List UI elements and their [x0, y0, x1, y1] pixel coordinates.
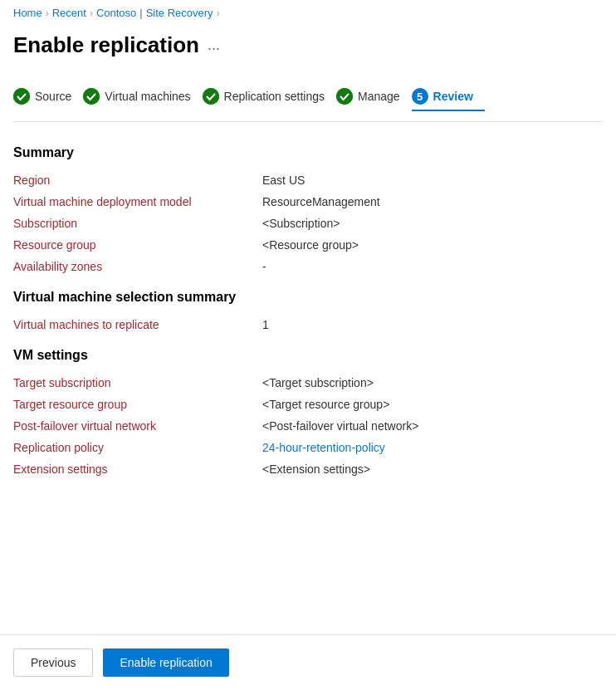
summary-row-region: Region East US — [13, 174, 603, 187]
breadcrumb-home[interactable]: Home — [13, 7, 42, 19]
vm-settings-label-target-rg: Target resource group — [13, 398, 262, 411]
breadcrumb-sep-2: › — [90, 7, 93, 19]
step-source-label: Source — [35, 90, 71, 103]
summary-label-resource-group: Resource group — [13, 238, 262, 252]
svg-point-2 — [203, 88, 219, 105]
vm-settings-label-target-sub: Target subscription — [13, 376, 262, 389]
step-manage-label: Manage — [358, 90, 400, 103]
step-source-icon — [13, 88, 30, 105]
svg-point-3 — [336, 88, 353, 105]
summary-value-subscription: <Subscription> — [262, 217, 340, 230]
vm-settings-value-target-rg: <Target resource group> — [262, 398, 389, 411]
summary-value-availability: - — [262, 260, 266, 273]
content-area: Summary Region East US Virtual machine d… — [0, 122, 616, 501]
summary-row-resource-group: Resource group <Resource group> — [13, 238, 603, 252]
summary-value-deployment: ResourceManagement — [262, 195, 380, 208]
summary-label-subscription: Subscription — [13, 217, 262, 230]
summary-label-region: Region — [13, 174, 262, 187]
vm-selection-value: 1 — [262, 318, 269, 331]
check-icon-4 — [336, 88, 353, 105]
step-vm-icon — [83, 88, 100, 105]
page-title: Enable replication — [13, 32, 199, 58]
step-review-icon: 5 — [412, 88, 428, 105]
breadcrumb-pipe: | — [139, 7, 142, 19]
enable-replication-button[interactable]: Enable replication — [103, 648, 228, 677]
summary-label-deployment: Virtual machine deployment model — [13, 195, 262, 208]
summary-row-availability: Availability zones - — [13, 260, 603, 273]
vm-settings-label-vnet: Post-failover virtual network — [13, 419, 262, 433]
step-manage[interactable]: Manage — [336, 81, 412, 111]
vm-settings-row-target-sub: Target subscription <Target subscription… — [13, 376, 603, 389]
vm-settings-value-vnet: <Post-failover virtual network> — [262, 419, 418, 433]
more-options-icon[interactable]: ... — [208, 37, 220, 54]
check-icon-2 — [83, 88, 100, 105]
breadcrumb-site-recovery[interactable]: Site Recovery — [146, 7, 213, 19]
step-rep-label: Replication settings — [224, 90, 325, 103]
summary-row-deployment: Virtual machine deployment model Resourc… — [13, 195, 603, 208]
svg-point-0 — [13, 88, 30, 105]
summary-value-region: East US — [262, 174, 305, 187]
vm-settings-heading: VM settings — [13, 348, 603, 363]
vm-settings-row-vnet: Post-failover virtual network <Post-fail… — [13, 419, 603, 433]
check-icon-3 — [203, 88, 219, 105]
breadcrumb-sep-1: › — [46, 7, 49, 19]
vm-settings-label-policy: Replication policy — [13, 441, 262, 454]
previous-button[interactable]: Previous — [13, 648, 93, 677]
action-bar: Previous Enable replication — [0, 634, 616, 690]
breadcrumb-sep-3: › — [217, 7, 220, 19]
step-vm-label: Virtual machines — [105, 90, 190, 103]
vm-selection-heading: Virtual machine selection summary — [13, 290, 603, 305]
check-icon — [13, 88, 30, 105]
summary-value-resource-group: <Resource group> — [262, 238, 359, 252]
vm-settings-row-policy: Replication policy 24-hour-retention-pol… — [13, 441, 603, 454]
step-rep-icon — [203, 88, 219, 105]
step-manage-icon — [336, 88, 353, 105]
vm-settings-value-extension: <Extension settings> — [262, 462, 370, 476]
breadcrumb-recent[interactable]: Recent — [52, 7, 86, 19]
step-review[interactable]: 5 Review — [412, 81, 485, 111]
vm-settings-label-extension: Extension settings — [13, 462, 262, 476]
summary-heading: Summary — [13, 145, 603, 160]
svg-point-1 — [83, 88, 100, 105]
vm-settings-row-extension: Extension settings <Extension settings> — [13, 462, 603, 476]
wizard-steps: Source Virtual machines Replication sett… — [0, 71, 616, 121]
vm-settings-value-policy[interactable]: 24-hour-retention-policy — [262, 441, 385, 454]
breadcrumb-contoso[interactable]: Contoso — [96, 7, 136, 19]
step-replication-settings[interactable]: Replication settings — [203, 81, 336, 111]
vm-selection-section: Virtual machine selection summary Virtua… — [13, 290, 603, 331]
vm-settings-row-target-rg: Target resource group <Target resource g… — [13, 398, 603, 411]
summary-row-subscription: Subscription <Subscription> — [13, 217, 603, 230]
page-title-container: Enable replication ... — [0, 26, 616, 71]
vm-settings-section: VM settings Target subscription <Target … — [13, 348, 603, 476]
vm-settings-value-target-sub: <Target subscription> — [262, 376, 374, 389]
step-source[interactable]: Source — [13, 81, 83, 111]
summary-rows: Region East US Virtual machine deploymen… — [13, 174, 603, 273]
step-review-label: Review — [433, 90, 473, 103]
step-virtual-machines[interactable]: Virtual machines — [83, 81, 202, 111]
breadcrumb: Home › Recent › Contoso | Site Recovery … — [0, 0, 616, 26]
vm-selection-label: Virtual machines to replicate — [13, 318, 262, 331]
vm-selection-row: Virtual machines to replicate 1 — [13, 318, 603, 331]
summary-label-availability: Availability zones — [13, 260, 262, 273]
